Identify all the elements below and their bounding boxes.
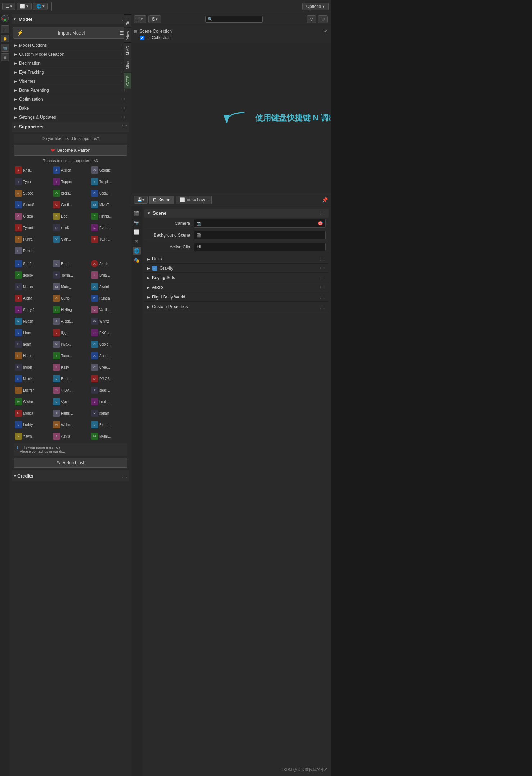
avatar-grid-3: subSubco Oorels1 CCody... — [14, 189, 127, 197]
outliner-filter-btn[interactable]: ☰▾ — [134, 15, 146, 23]
sub-section-eye-tracking[interactable]: ▶ Eye Tracking ⋮⋮ — [12, 68, 129, 77]
outliner-search[interactable]: 🔍 — [205, 16, 263, 23]
avatar-spac: Sspac... — [90, 386, 127, 394]
scene-props-section: ▼ Scene ⋮⋮ Camera 📷 🎯 — [144, 209, 329, 253]
props-tab-scene[interactable]: ⊡ Scene — [149, 196, 174, 204]
avatar-godf: GGodf... — [52, 200, 89, 209]
rigid-body-header[interactable]: ▶ Rigid Body World ⋮⋮ — [144, 293, 329, 302]
viewport-shading-btn[interactable]: ⬜ ▾ — [17, 3, 32, 10]
credits-section-header[interactable]: ▼ Credits ⋮⋮ — [12, 470, 129, 481]
patron-btn-label: Become a Patron — [57, 148, 91, 153]
avatar-azuth: AAzuth — [90, 259, 127, 268]
grid-tool-btn[interactable]: ⊞ — [1, 53, 9, 61]
model-section-title: Model — [19, 17, 32, 22]
options-button[interactable]: Options ▾ — [302, 3, 329, 10]
avatar-img-lyda: L — [91, 271, 98, 279]
viewport-main[interactable]: 使用键盘快捷键 N 调出 — [131, 43, 331, 193]
props-tab-view-layer[interactable]: ⬜ View Layer — [176, 196, 212, 204]
import-model-button[interactable]: ⚡ Import Model ☰ — [13, 27, 128, 39]
sub-section-settings[interactable]: ▶ Settings & Updates ⋮⋮ — [12, 113, 129, 122]
avatar-img-morda: M — [15, 410, 22, 417]
sub-section-optimization[interactable]: ▶ Optimization ⋮⋮ — [12, 95, 129, 104]
avatar-grid-5: CCiciea BBee FFinnis... — [14, 212, 127, 220]
camera-value[interactable]: 📷 🎯 — [194, 219, 326, 228]
become-patron-button[interactable]: ❤ Become a Patron — [14, 145, 127, 156]
avatar-img-anon: A — [91, 352, 98, 359]
avatar-img-hamm: H — [15, 352, 22, 359]
camera-picker-icon[interactable]: 🎯 — [318, 221, 323, 226]
avatar-img-orels1: O — [53, 190, 60, 197]
props-icon-scene[interactable]: ⊡ — [133, 237, 141, 245]
avatar-img-wishe: W — [15, 398, 22, 405]
search-input[interactable] — [214, 17, 260, 22]
eye-icon[interactable]: 👁 — [324, 29, 328, 33]
active-clip-value[interactable]: 🎞 — [194, 243, 326, 251]
avatar-grid-15: LLhun Lliggi PPKCa... — [14, 328, 127, 337]
avatar-furtra: FFurtra — [14, 235, 51, 243]
viewport-mode-btn[interactable]: ☰ ▾ — [2, 3, 15, 10]
tab-cats[interactable]: CATS — [124, 72, 131, 89]
tab-tool[interactable]: Tool — [124, 14, 131, 28]
units-title: Units — [152, 256, 162, 261]
avatar-moon: Mmoon — [14, 363, 51, 371]
add-object-btn[interactable]: + — [1, 25, 9, 33]
sub-section-model-options[interactable]: ▶ Model Options ⋮⋮ — [12, 41, 129, 50]
sub-section-visemes[interactable]: ▶ Visemes ⋮⋮ — [12, 77, 129, 86]
gravity-item[interactable]: ▶ ✓ Gravity ⋮⋮ — [144, 264, 329, 273]
avatar-img-cody: C — [91, 190, 98, 197]
viewport-overlay-btn[interactable]: 🌐 ▾ — [33, 3, 48, 10]
gravity-checkbox[interactable]: ✓ — [152, 266, 157, 271]
camera-tool-btn[interactable]: 📹 — [1, 44, 9, 52]
decimation-label: Decimation — [19, 61, 41, 66]
background-scene-value[interactable]: 🎬 — [194, 231, 326, 239]
sub-section-decimation[interactable]: ▶ Decimation ⋮⋮ — [12, 59, 129, 68]
props-save-btn[interactable]: 💾▾ — [134, 196, 148, 204]
model-options-arrow: ▶ — [14, 44, 17, 47]
avatar-img-finnis: F — [91, 213, 98, 220]
scene-section-header[interactable]: ▼ Scene ⋮⋮ — [144, 209, 329, 218]
custom-props-header[interactable]: ▶ Custom Properties ⋮⋮ — [144, 302, 329, 311]
collection-checkbox[interactable] — [140, 36, 144, 40]
tab-mmd[interactable]: MMD — [124, 42, 131, 58]
units-section-header[interactable]: ▶ Units ⋮⋮ — [144, 255, 329, 264]
outliner-options-btn[interactable]: ⊞ — [318, 15, 328, 23]
avatar-liggi: Lliggi — [52, 328, 89, 337]
avatar-grid-10: Ggoblox TTomn... LLyda... — [14, 271, 127, 279]
avatar-img-typo: T — [15, 178, 22, 185]
outliner-display-btn[interactable]: 🖼▾ — [148, 15, 161, 23]
avatar-pkca: PPKCa... — [90, 328, 127, 337]
props-icon-render[interactable]: 🎬 — [133, 209, 141, 217]
tab-misc[interactable]: Misc — [124, 58, 131, 72]
avatar-nyak: NNyak... — [52, 340, 89, 348]
outliner-sync-btn[interactable]: ▽ — [307, 15, 316, 23]
props-icon-object[interactable]: 🎭 — [133, 256, 141, 264]
sub-section-bake[interactable]: ▶ Bake ⋮⋮ — [12, 104, 129, 113]
props-icon-world[interactable]: 🌐 — [133, 247, 141, 255]
avatar-img-yawn: Y — [15, 433, 22, 440]
props-icon-output[interactable]: 📷 — [133, 219, 141, 227]
model-section-header[interactable]: ▼ Model ⋮⋮ — [12, 14, 129, 24]
props-icon-view[interactable]: ⬜ — [133, 228, 141, 236]
audio-header[interactable]: ▶ Audio ⋮⋮ — [144, 283, 329, 292]
keying-sets-dots: ⋮⋮ — [318, 276, 326, 280]
avatar-img-even: E — [91, 224, 98, 231]
pin-icon[interactable]: 📌 — [322, 197, 328, 203]
avatar-vian: VVian... — [52, 235, 89, 243]
units-dots: ⋮⋮ — [318, 257, 326, 261]
avatar-grid-9: SStr4fe BBers... AAzuth — [14, 259, 127, 268]
avatar-img-cree: C — [91, 364, 98, 371]
sub-section-bone-parenting[interactable]: ▶ Bone Parenting ⋮⋮ — [12, 86, 129, 95]
scene-collection-item: ⊞ Scene Collection 👁 — [134, 28, 328, 35]
supporters-section-header[interactable]: ▼ Supporters ⋮⋮ — [12, 122, 129, 132]
rigid-body-section: ▶ Rigid Body World ⋮⋮ — [144, 293, 329, 302]
reload-list-button[interactable]: ↻ Reload List — [14, 458, 127, 468]
import-model-menu[interactable]: ☰ — [120, 30, 124, 36]
avatar-img-whittz: W — [91, 318, 98, 325]
tab-view[interactable]: View — [124, 28, 131, 42]
move-tool-btn[interactable]: ✋ — [1, 35, 9, 42]
keying-sets-header[interactable]: ▶ Keying Sets ⋮⋮ — [144, 273, 329, 282]
keying-sets-section: ▶ Keying Sets ⋮⋮ — [144, 273, 329, 282]
avatar-fluffs: FFluffs... — [52, 409, 89, 417]
avatar-curio: CCurio — [52, 294, 89, 302]
sub-section-custom-model[interactable]: ▶ Custom Model Creation ⋮⋮ — [12, 50, 129, 59]
